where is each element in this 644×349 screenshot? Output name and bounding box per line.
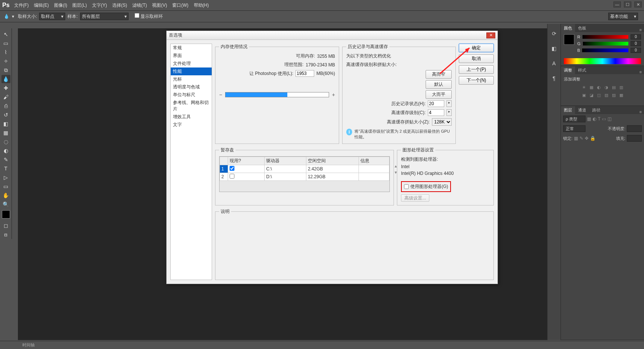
adj-icon[interactable]: ◑ (604, 85, 608, 90)
scratch-active-checkbox[interactable] (230, 174, 234, 179)
menu-type[interactable]: 文字(Y) (92, 2, 107, 9)
filter-icon[interactable]: ◐ (593, 116, 596, 122)
adj-icon[interactable]: ▣ (582, 93, 586, 98)
filter-icon[interactable]: ▦ (587, 116, 591, 122)
color-spectrum[interactable] (564, 58, 641, 64)
dodge-tool[interactable]: ◐ (1, 147, 10, 155)
g-value[interactable]: 0 (631, 41, 641, 46)
ok-button[interactable]: 确定 (459, 44, 494, 52)
tab-color[interactable]: 颜色 (561, 24, 575, 32)
adj-icon[interactable]: ▨ (612, 93, 616, 98)
menu-view[interactable]: 视图(V) (152, 2, 167, 9)
tab-layers[interactable]: 图层 (561, 106, 575, 114)
filter-icon[interactable]: ◫ (607, 116, 612, 122)
adj-icon[interactable]: ◪ (590, 93, 593, 98)
move-tool[interactable]: ↖ (1, 30, 10, 38)
next-button[interactable]: 下一个(N) (459, 76, 494, 85)
memory-slider[interactable] (225, 92, 329, 97)
preset-big-button[interactable]: 大而平 (426, 90, 452, 99)
tab-paths[interactable]: 路径 (589, 106, 603, 114)
show-ring-checkbox[interactable]: 显示取样环 (135, 13, 163, 20)
menu-window[interactable]: 窗口(W) (172, 2, 188, 9)
tab-swatches[interactable]: 色板 (575, 24, 589, 32)
lasso-tool[interactable]: ⌇ (1, 48, 10, 56)
properties-icon[interactable]: ◧ (552, 45, 556, 51)
layer-filter-select[interactable]: ρ 类型 (563, 116, 585, 122)
maximize-button[interactable]: ☐ (624, 1, 631, 7)
heal-tool[interactable]: ✚ (1, 84, 10, 92)
cat-performance[interactable]: 性能 (171, 67, 212, 75)
table-row[interactable]: 1 C:\ 2.42GB (220, 165, 389, 173)
cache-tile-select[interactable]: 128K (432, 118, 452, 126)
menu-help[interactable]: 帮助(H) (194, 2, 209, 9)
minimize-button[interactable]: — (613, 1, 621, 7)
lock-icon[interactable]: ✥ (585, 136, 588, 141)
opacity-field[interactable] (627, 125, 642, 132)
stamp-tool[interactable]: ⎙ (1, 102, 10, 110)
filter-icon[interactable]: T (598, 116, 600, 122)
fill-field[interactable] (627, 135, 642, 142)
tab-channels[interactable]: 通道 (575, 106, 589, 114)
cat-transparency[interactable]: 透明度与色域 (171, 83, 212, 91)
cat-interface[interactable]: 界面 (171, 52, 212, 60)
blend-mode-select[interactable]: 正常 (563, 125, 585, 132)
brush-tool[interactable]: 🖌 (1, 93, 10, 101)
gradient-tool[interactable]: ▦ (1, 129, 10, 137)
menu-file[interactable]: 文件(F) (14, 2, 29, 9)
wand-tool[interactable]: ✧ (1, 57, 10, 65)
cat-units[interactable]: 单位与标尺 (171, 91, 212, 99)
table-row[interactable]: 2 D:\ 12.29GB (220, 173, 389, 181)
paragraph-icon[interactable]: ¶ (553, 75, 556, 81)
zoom-tool[interactable]: 🔍 (1, 200, 10, 208)
r-value[interactable]: 0 (631, 34, 641, 40)
path-select-tool[interactable]: ▷ (1, 173, 10, 182)
lock-icon[interactable]: 🔒 (590, 136, 596, 141)
panel-menu-icon[interactable]: ≡ (637, 28, 644, 32)
sample-size-select[interactable]: 取样点▾ (39, 13, 65, 20)
let-use-input[interactable] (296, 70, 314, 77)
cat-type[interactable]: 文字 (171, 121, 212, 129)
adj-icon[interactable]: ▧ (604, 93, 608, 98)
color-swatch[interactable] (2, 210, 10, 218)
cat-plugins[interactable]: 增效工具 (171, 113, 212, 121)
crop-tool[interactable]: ⧉ (1, 66, 10, 74)
memory-plus[interactable]: + (332, 92, 335, 98)
menu-image[interactable]: 图像(I) (54, 2, 67, 9)
adj-icon[interactable]: ▩ (619, 93, 623, 98)
blur-tool[interactable]: ◌ (1, 138, 10, 146)
cache-levels-input[interactable] (428, 109, 444, 116)
adj-icon[interactable]: ▥ (619, 85, 623, 90)
cat-cursors[interactable]: 光标 (171, 75, 212, 83)
sample-select[interactable]: 所有图层▾ (80, 13, 129, 20)
stepper[interactable]: ▸ (446, 100, 452, 107)
b-slider[interactable] (582, 48, 628, 52)
workspace-select[interactable]: 基本功能▾ (608, 13, 638, 20)
history-brush-tool[interactable]: ↺ (1, 111, 10, 119)
move-up-icon[interactable]: ▲ (394, 164, 398, 168)
menu-layer[interactable]: 图层(L) (72, 2, 87, 9)
adj-icon[interactable]: ▤ (612, 85, 616, 90)
timeline-label[interactable]: 时间轴 (22, 342, 35, 348)
b-value[interactable]: 0 (631, 48, 641, 53)
menu-filter[interactable]: 滤镜(T) (132, 2, 147, 9)
memory-minus[interactable]: − (219, 92, 222, 98)
eraser-tool[interactable]: ◧ (1, 120, 10, 128)
marquee-tool[interactable]: ▭ (1, 39, 10, 47)
scratch-active-checkbox[interactable] (230, 166, 234, 171)
panel-menu-icon[interactable]: ≡ (637, 70, 644, 74)
history-icon[interactable]: ⟳ (552, 31, 556, 37)
adj-icon[interactable]: ◫ (597, 93, 601, 98)
cat-filehandling[interactable]: 文件处理 (171, 60, 212, 67)
tab-styles[interactable]: 样式 (575, 66, 589, 74)
tab-adjustments[interactable]: 调整 (561, 66, 575, 74)
lock-icon[interactable]: ▦ (574, 136, 578, 141)
adj-icon[interactable]: ☀ (582, 85, 586, 90)
type-tool[interactable]: T (1, 164, 10, 173)
quickmask-tool[interactable]: ◻ (1, 221, 10, 230)
adj-icon[interactable]: ▦ (590, 85, 593, 90)
screenmode-tool[interactable]: ⧈ (1, 230, 10, 239)
preset-default-button[interactable]: 默认 (426, 80, 452, 89)
cancel-button[interactable]: 取消 (459, 54, 494, 63)
close-button[interactable]: ✕ (634, 1, 642, 7)
use-gpu-checkbox[interactable]: 使用图形处理器(G) (401, 181, 451, 192)
